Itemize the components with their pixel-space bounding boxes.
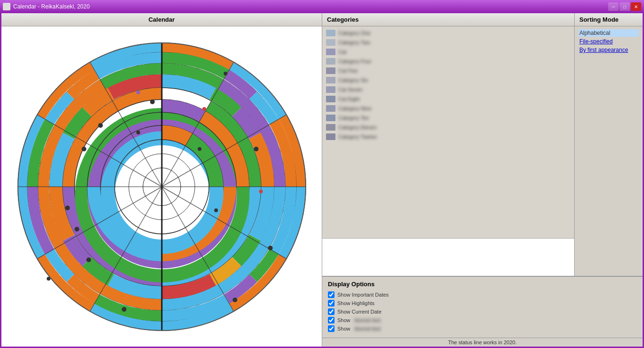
category-item-5[interactable]: Cat Five	[324, 66, 572, 75]
sorting-options: AlphabeticalFile-specifiedBy first appea…	[575, 26, 643, 57]
category-label-6: Category Six	[338, 77, 368, 83]
category-label-12: Category Twelve	[338, 134, 377, 140]
category-item-2[interactable]: Category Two	[324, 38, 572, 47]
calendar-view[interactable]	[1, 26, 322, 347]
display-option-current-date: Show Current Date	[328, 308, 637, 315]
status-text: The status line works in 2020.	[448, 340, 517, 345]
sort-option-file-specified[interactable]: File-specified	[578, 38, 639, 45]
option-checkbox-show-blurred-2[interactable]	[328, 325, 335, 332]
category-item-4[interactable]: Category Four	[324, 57, 572, 66]
svg-point-58	[136, 131, 140, 134]
category-item-8[interactable]: Cat Eight	[324, 94, 572, 104]
sort-option-alphabetical[interactable]: Alphabetical	[578, 29, 639, 37]
svg-point-43	[65, 206, 70, 210]
option-checkbox-show-blurred-1[interactable]	[328, 317, 335, 323]
category-item-9[interactable]: Category Nine	[324, 104, 572, 113]
categories-list: Category One Category Two Cat Category F…	[322, 26, 574, 238]
option-label-current-date: Show Current Date	[337, 309, 382, 315]
right-top: Categories Category One Category Two Cat…	[322, 13, 643, 276]
categories-empty-area	[322, 238, 574, 276]
svg-point-57	[198, 147, 201, 151]
option-suffix-show-blurred-2: blurred text	[355, 326, 383, 331]
svg-point-44	[82, 147, 86, 151]
category-label-7: Cat Seven	[338, 87, 362, 92]
svg-point-54	[136, 91, 140, 94]
category-color-11	[326, 124, 335, 131]
category-item-7[interactable]: Cat Seven	[324, 85, 572, 94]
calendar-svg[interactable]	[11, 31, 313, 342]
svg-point-41	[86, 257, 91, 262]
category-label-5: Cat Five	[338, 68, 358, 74]
category-color-12	[326, 133, 335, 140]
display-options-panel: Display Options Show Important Dates Sho…	[322, 276, 643, 338]
window-title: Calendar - ReikaKalseki, 2020	[13, 3, 90, 10]
category-item-10[interactable]: Category Ten	[324, 113, 572, 123]
categories-header: Categories	[322, 13, 574, 26]
category-label-1: Category One	[338, 30, 370, 36]
category-color-8	[326, 96, 335, 102]
maximize-button[interactable]: □	[619, 2, 630, 11]
category-label-2: Category Two	[338, 40, 370, 45]
category-item-3[interactable]: Cat	[324, 47, 572, 57]
option-checkbox-highlights[interactable]	[328, 300, 335, 307]
category-item-12[interactable]: Category Twelve	[324, 132, 572, 141]
option-checkbox-current-date[interactable]	[328, 308, 335, 315]
category-item-6[interactable]: Category Six	[324, 75, 572, 85]
category-color-7	[326, 86, 335, 93]
minimize-button[interactable]: ─	[608, 2, 619, 11]
category-label-10: Category Ten	[338, 115, 369, 121]
category-color-10	[326, 115, 335, 121]
category-color-5	[326, 67, 335, 74]
svg-point-45	[98, 123, 103, 128]
category-label-11: Category Eleven	[338, 124, 376, 130]
title-bar-left: Calendar - ReikaKalseki, 2020	[3, 3, 90, 10]
option-label-show-blurred-2: Show	[337, 326, 352, 331]
display-options-list: Show Important Dates Show Highlights Sho…	[328, 291, 637, 332]
option-label-show-blurred-1: Show	[337, 317, 352, 323]
right-panel: Categories Category One Category Two Cat…	[322, 13, 643, 347]
option-checkbox-important-dates[interactable]	[328, 291, 335, 298]
category-color-2	[326, 39, 335, 46]
app-icon	[3, 3, 10, 10]
status-bar: The status line works in 2020.	[322, 338, 643, 347]
svg-point-48	[268, 246, 273, 250]
option-label-important-dates: Show Important Dates	[337, 292, 389, 298]
category-color-1	[326, 30, 335, 36]
svg-point-46	[150, 99, 155, 104]
categories-panel: Categories Category One Category Two Cat…	[322, 13, 574, 276]
svg-point-53	[202, 107, 206, 111]
category-item-1[interactable]: Category One	[324, 28, 572, 38]
calendar-panel: Calendar	[1, 13, 322, 347]
category-label-9: Category Nine	[338, 106, 371, 111]
close-button[interactable]: ✕	[631, 2, 641, 11]
category-color-3	[326, 49, 335, 55]
svg-point-50	[122, 307, 126, 312]
category-item-11[interactable]: Category Eleven	[324, 123, 572, 132]
window-controls: ─ □ ✕	[608, 2, 641, 11]
calendar-header: Calendar	[1, 13, 322, 26]
svg-point-56	[214, 208, 218, 212]
svg-point-52	[224, 72, 227, 75]
svg-point-49	[233, 298, 237, 302]
display-options-header: Display Options	[328, 281, 637, 288]
sorting-panel: Sorting Mode AlphabeticalFile-specifiedB…	[574, 13, 643, 276]
svg-point-42	[75, 227, 79, 232]
display-option-show-blurred-1: Show blurred text	[328, 317, 637, 323]
main-content: Calendar	[0, 13, 644, 348]
title-bar: Calendar - ReikaKalseki, 2020 ─ □ ✕	[0, 0, 644, 13]
category-label-4: Category Four	[338, 58, 371, 64]
category-label-3: Cat	[338, 49, 346, 55]
option-label-highlights: Show Highlights	[337, 300, 375, 306]
category-color-6	[326, 77, 335, 83]
sort-option-first-appearance[interactable]: By first appearance	[578, 46, 639, 54]
display-option-important-dates: Show Important Dates	[328, 291, 637, 298]
display-option-show-blurred-2: Show blurred text	[328, 325, 637, 332]
svg-point-55	[259, 190, 263, 193]
category-color-4	[326, 58, 335, 65]
category-color-9	[326, 105, 335, 112]
display-option-highlights: Show Highlights	[328, 300, 637, 307]
sorting-header: Sorting Mode	[575, 13, 643, 26]
option-suffix-show-blurred-1: blurred text	[355, 317, 383, 323]
svg-point-47	[254, 147, 259, 151]
category-label-8: Cat Eight	[338, 96, 360, 102]
